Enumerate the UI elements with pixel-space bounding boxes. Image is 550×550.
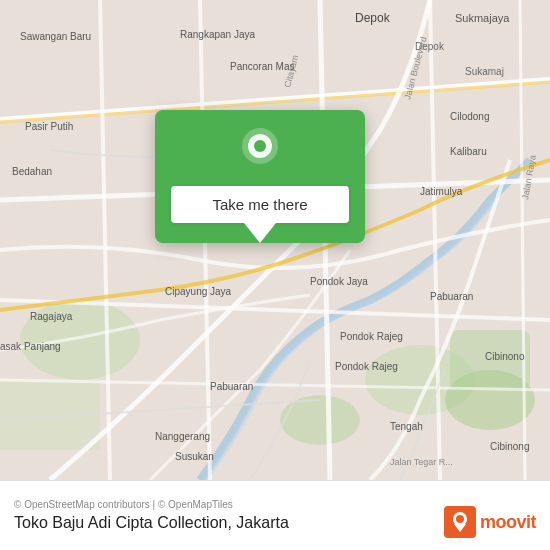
svg-text:Cibinong: Cibinong [490,441,529,452]
svg-text:Sukmajaya: Sukmajaya [455,12,510,24]
svg-point-51 [456,515,464,523]
popup-card: Take me there [155,110,365,243]
svg-text:Ragajaya: Ragajaya [30,311,73,322]
moovit-logo: moovit [444,506,536,538]
svg-text:Depok: Depok [355,11,391,25]
svg-text:Tengah: Tengah [390,421,423,432]
svg-text:Pondok Jaya: Pondok Jaya [310,276,368,287]
svg-point-48 [254,140,266,152]
svg-text:Sukamaj: Sukamaj [465,66,504,77]
map-container: Depok Sukmajaya Sukamaj Depok Rangkapan … [0,0,550,480]
location-pin-icon [236,128,284,176]
svg-text:Jalan Tegar R...: Jalan Tegar R... [390,457,453,467]
svg-text:Kalibaru: Kalibaru [450,146,487,157]
svg-text:Jatimulya: Jatimulya [420,186,463,197]
svg-text:Susukan: Susukan [175,451,214,462]
svg-text:Pondok Rajeg: Pondok Rajeg [335,361,398,372]
svg-text:Nanggerang: Nanggerang [155,431,210,442]
svg-text:Bedahan: Bedahan [12,166,52,177]
svg-text:Pancoran Mas: Pancoran Mas [230,61,294,72]
popup-arrow [244,223,276,243]
svg-text:Rangkapan Jaya: Rangkapan Jaya [180,29,255,40]
svg-text:Pabuaran: Pabuaran [210,381,253,392]
take-me-there-button[interactable]: Take me there [171,186,349,223]
svg-text:Pondok Rajeg: Pondok Rajeg [340,331,403,342]
svg-point-5 [445,370,535,430]
moovit-brand-text: moovit [480,512,536,533]
svg-text:Cipayung Jaya: Cipayung Jaya [165,286,232,297]
svg-text:Pasir Putih: Pasir Putih [25,121,73,132]
svg-text:Pabuaran: Pabuaran [430,291,473,302]
svg-text:Cibinono: Cibinono [485,351,525,362]
svg-text:Sawangan Baru: Sawangan Baru [20,31,91,42]
bottom-bar: © OpenStreetMap contributors | © OpenMap… [0,480,550,550]
svg-text:asak Panjang: asak Panjang [0,341,61,352]
moovit-icon [444,506,476,538]
svg-text:Cilodong: Cilodong [450,111,489,122]
